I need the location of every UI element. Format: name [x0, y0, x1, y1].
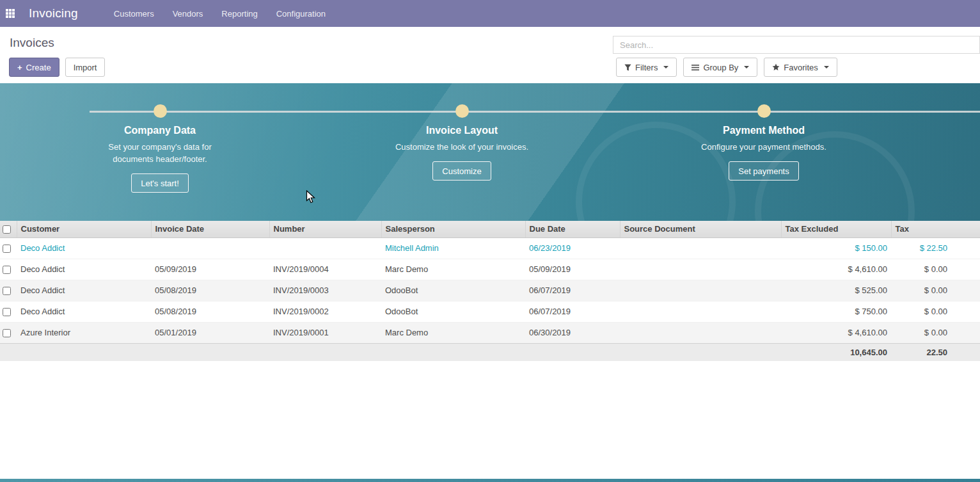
- column-header-due-date[interactable]: Due Date: [525, 221, 620, 237]
- cell-salesperson: Marc Demo: [381, 322, 525, 343]
- column-header-invoice-date[interactable]: Invoice Date: [151, 221, 269, 237]
- column-header-number[interactable]: Number: [269, 221, 381, 237]
- top-navbar: Invoicing Customers Vendors Reporting Co…: [0, 0, 980, 27]
- import-button[interactable]: Import: [65, 58, 106, 77]
- cell-number: INV/2019/0004: [269, 259, 381, 280]
- step-dot-icon: [757, 104, 771, 118]
- step-description: Set your company's data for documents he…: [93, 141, 227, 165]
- cell-due-date: 05/09/2019: [525, 259, 620, 280]
- onboarding-step-company-data: Company Data Set your company's data for…: [9, 104, 311, 193]
- table-row[interactable]: Deco Addict Mitchell Admin 06/23/2019 $ …: [0, 237, 980, 259]
- search-input[interactable]: [613, 36, 980, 54]
- cell-source-document: [620, 301, 781, 322]
- main-menu: Customers Vendors Reporting Configuratio…: [114, 9, 326, 19]
- cell-tax: $ 22.50: [891, 237, 980, 259]
- column-header-source-document[interactable]: Source Document: [620, 221, 781, 237]
- cell-customer: Deco Addict: [17, 237, 151, 259]
- cell-number: [269, 237, 381, 259]
- row-checkbox[interactable]: [3, 266, 11, 274]
- cell-customer: Deco Addict: [17, 280, 151, 301]
- action-buttons: + Create Import: [9, 58, 105, 77]
- invoicing-app: Invoicing Customers Vendors Reporting Co…: [0, 0, 980, 482]
- cell-source-document: [620, 280, 781, 301]
- app-title[interactable]: Invoicing: [29, 6, 78, 20]
- table-row[interactable]: Deco Addict 05/08/2019 INV/2019/0002 Odo…: [0, 301, 980, 322]
- step-title: Payment Method: [723, 125, 805, 136]
- cell-tax-excluded: $ 525.00: [781, 280, 891, 301]
- cell-invoice-date: [151, 237, 269, 259]
- favorites-button[interactable]: Favorites: [764, 58, 837, 77]
- cell-due-date: 06/23/2019: [525, 237, 620, 259]
- filters-button[interactable]: Filters: [616, 58, 677, 77]
- cell-due-date: 06/07/2019: [525, 301, 620, 322]
- menu-configuration[interactable]: Configuration: [276, 9, 326, 19]
- plus-icon: +: [17, 63, 22, 72]
- group-by-label: Group By: [703, 63, 738, 72]
- cell-customer: Deco Addict: [17, 259, 151, 280]
- column-header-customer[interactable]: Customer: [17, 221, 151, 237]
- column-header-tax-excluded[interactable]: Tax Excluded: [781, 221, 891, 237]
- cell-number: INV/2019/0003: [269, 280, 381, 301]
- table-header-row: Customer Invoice Date Number Salesperson…: [0, 221, 980, 237]
- cell-invoice-date: 05/09/2019: [151, 259, 269, 280]
- total-tax-excluded: 10,645.00: [781, 343, 891, 361]
- step-title: Invoice Layout: [426, 125, 498, 136]
- row-checkbox[interactable]: [3, 245, 11, 253]
- step-description: Configure your payment methods.: [701, 141, 826, 153]
- cell-number: INV/2019/0002: [269, 301, 381, 322]
- import-button-label: Import: [74, 63, 97, 72]
- apps-grid-icon[interactable]: [6, 9, 15, 18]
- cell-customer: Azure Interior: [17, 322, 151, 343]
- group-by-button[interactable]: Group By: [683, 58, 757, 77]
- table-row[interactable]: Deco Addict 05/09/2019 INV/2019/0004 Mar…: [0, 259, 980, 280]
- row-checkbox[interactable]: [3, 308, 11, 316]
- lets-start-button[interactable]: Let's start!: [131, 173, 189, 193]
- cell-tax: $ 0.00: [891, 259, 980, 280]
- cell-tax: $ 0.00: [891, 322, 980, 343]
- cell-salesperson: OdooBot: [381, 280, 525, 301]
- chevron-down-icon: [663, 66, 668, 71]
- chevron-down-icon: [824, 66, 829, 71]
- onboarding-banner: Company Data Set your company's data for…: [0, 83, 980, 221]
- filters-label: Filters: [635, 63, 658, 72]
- create-button[interactable]: + Create: [9, 58, 59, 77]
- table-row[interactable]: Deco Addict 05/08/2019 INV/2019/0003 Odo…: [0, 280, 980, 301]
- favorites-label: Favorites: [784, 63, 818, 72]
- table-row[interactable]: Azure Interior 05/01/2019 INV/2019/0001 …: [0, 322, 980, 343]
- invoices-table: Customer Invoice Date Number Salesperson…: [0, 221, 980, 361]
- column-header-tax[interactable]: Tax: [891, 221, 980, 237]
- cell-number: INV/2019/0001: [269, 322, 381, 343]
- cell-source-document: [620, 237, 781, 259]
- row-checkbox[interactable]: [3, 287, 11, 295]
- bottom-strip: [0, 479, 980, 482]
- cell-salesperson: Mitchell Admin: [381, 237, 525, 259]
- totals-row: 10,645.00 22.50: [0, 343, 980, 361]
- cell-tax: $ 0.00: [891, 280, 980, 301]
- filter-bar: Filters Group By Favorites: [616, 58, 837, 77]
- cell-invoice-date: 05/08/2019: [151, 280, 269, 301]
- cell-invoice-date: 05/01/2019: [151, 322, 269, 343]
- page-title: Invoices: [10, 36, 54, 50]
- set-payments-button[interactable]: Set payments: [729, 161, 799, 181]
- list-icon: [692, 64, 699, 71]
- star-icon: [772, 63, 780, 71]
- select-all-checkbox-cell: [0, 221, 17, 237]
- onboarding-step-invoice-layout: Invoice Layout Customize the look of you…: [311, 104, 613, 181]
- cell-source-document: [620, 322, 781, 343]
- select-all-checkbox[interactable]: [3, 225, 11, 234]
- cell-tax-excluded: $ 750.00: [781, 301, 891, 322]
- customize-button[interactable]: Customize: [432, 161, 491, 181]
- step-title: Company Data: [124, 125, 196, 136]
- menu-customers[interactable]: Customers: [114, 9, 154, 19]
- column-header-salesperson[interactable]: Salesperson: [381, 221, 525, 237]
- cell-due-date: 06/07/2019: [525, 280, 620, 301]
- cell-invoice-date: 05/08/2019: [151, 301, 269, 322]
- cell-customer: Deco Addict: [17, 301, 151, 322]
- step-dot-icon: [154, 104, 167, 118]
- menu-reporting[interactable]: Reporting: [221, 9, 257, 19]
- cell-source-document: [620, 259, 781, 280]
- menu-vendors[interactable]: Vendors: [173, 9, 203, 19]
- cell-tax: $ 0.00: [891, 301, 980, 322]
- row-checkbox[interactable]: [3, 329, 11, 337]
- cell-salesperson: Marc Demo: [381, 259, 525, 280]
